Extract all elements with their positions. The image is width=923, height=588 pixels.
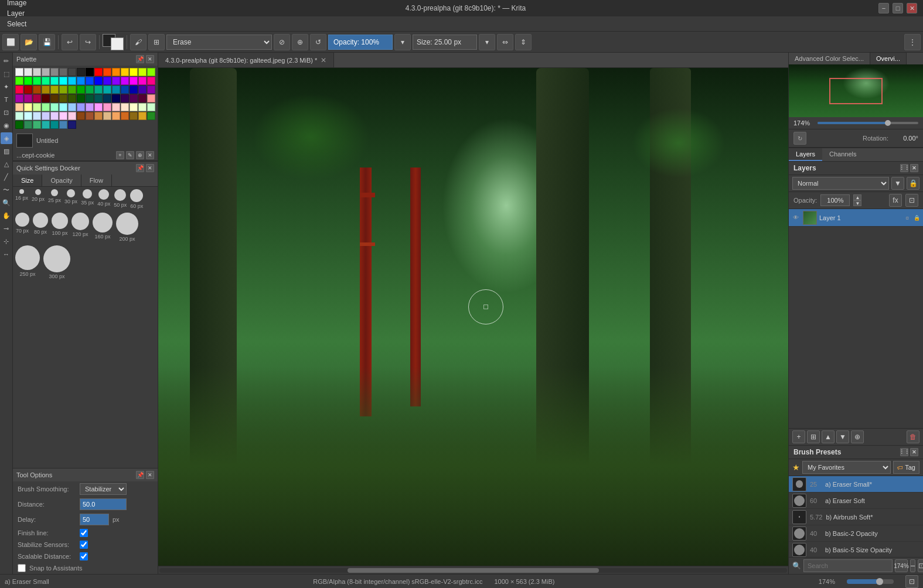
tool-fill[interactable]: ◉ [1,119,12,131]
palette-swatch[interactable] [24,121,32,129]
scrollbar-track[interactable] [159,568,787,573]
palette-swatch[interactable] [130,86,138,94]
palette-swatch[interactable] [68,103,76,111]
bp-close-icon[interactable]: ✕ [910,448,918,456]
bp-tag-button[interactable]: 🏷 Tag [893,461,919,474]
palette-swatch[interactable] [103,103,111,111]
palette-swatch[interactable] [59,112,67,120]
palette-swatch[interactable] [138,68,147,76]
qs-pin-icon[interactable]: 📌 [136,164,144,172]
tool-pan[interactable]: ✋ [1,210,12,221]
layer-copy-btn[interactable]: ⊕ [851,430,864,443]
finish-line-checkbox[interactable] [80,529,88,537]
undo-button[interactable]: ↩ [62,34,78,50]
brush-preset-btn[interactable]: 🖌 [130,34,147,50]
palette-swatch[interactable] [103,94,111,102]
palette-swatch[interactable] [112,86,120,94]
palette-swatch[interactable] [59,77,67,85]
flip-v-btn[interactable]: ⇕ [515,34,532,50]
palette-swatch[interactable] [138,112,147,120]
palette-swatch[interactable] [94,94,103,102]
palette-swatch[interactable] [94,103,103,111]
status-fullscreen-btn[interactable]: ⊡ [905,575,918,588]
palette-swatch[interactable] [86,77,94,85]
palette-swatch[interactable] [33,68,41,76]
layer-mask-btn[interactable]: ⊡ [905,194,918,207]
brush-preset-item[interactable]: 25a) Eraser Small* [789,476,923,493]
palette-swatch[interactable] [103,86,111,94]
palette-swatch[interactable] [112,94,120,102]
brush-size-item[interactable]: 120 px [71,213,89,242]
palette-swatch[interactable] [68,68,76,76]
palette-swatch[interactable] [103,77,111,85]
palette-swatch[interactable] [15,121,23,129]
size-down-btn[interactable]: ▾ [479,34,495,50]
palette-swatch[interactable] [15,86,23,94]
tool-line[interactable]: ╱ [1,171,12,183]
refresh-btn[interactable]: ↺ [310,34,326,50]
palette-swatch[interactable] [121,94,129,102]
brush-size-item[interactable]: 70 px [15,213,29,242]
palette-swatch[interactable] [59,103,67,111]
tool-gradient[interactable]: ▨ [1,145,12,157]
palette-edit-icon[interactable]: ✎ [126,151,134,159]
to-close-icon[interactable]: ✕ [146,471,154,479]
new-button[interactable]: ⬜ [2,34,19,50]
brush-mode-select[interactable]: Erase [166,35,272,50]
palette-swatch[interactable] [147,68,155,76]
opacity-up-arrow[interactable]: ▲ [853,194,861,200]
palette-swatch[interactable] [42,121,50,129]
brush-size-item[interactable]: 40 px [97,189,110,209]
brush-size-item[interactable]: 300 px [43,245,70,279]
menu-item-layer[interactable]: Layer [2,8,37,19]
palette-close-icon[interactable]: ✕ [146,55,154,63]
tool-crop[interactable]: ⊡ [1,107,12,118]
palette-swatch[interactable] [59,121,67,129]
opacity-down-btn[interactable]: ▾ [394,34,411,50]
flip-h-btn[interactable]: ⇔ [497,34,513,50]
palette-swatch[interactable] [50,121,59,129]
quick-settings-header[interactable]: Quick Settings Docker 📌 ✕ [13,162,158,175]
tool-options-header[interactable]: Tool Options 📌 ✕ [13,469,158,481]
palette-swatch[interactable] [112,112,120,120]
layer-alpha-btn[interactable]: α [903,214,911,222]
layer-lock-btn[interactable]: 🔒 [912,214,921,222]
maximize-button[interactable]: □ [893,3,903,13]
palette-swatch[interactable] [24,77,32,85]
palette-swatch[interactable] [86,68,94,76]
more-btn[interactable]: ⋮ [904,34,921,50]
palette-swatch[interactable] [147,86,155,94]
color-pair[interactable] [103,34,124,50]
palette-swatch[interactable] [42,68,50,76]
layer-opacity-input[interactable] [820,194,850,206]
layers-lock-btn[interactable]: 🔒 [907,177,919,190]
distance-input[interactable] [80,498,127,510]
brush-size-item[interactable]: 100 px [52,213,68,242]
tab-channels[interactable]: Channels [822,148,863,161]
palette-swatch[interactable] [33,86,41,94]
bp-fullscreen-btn[interactable]: ⊡ [918,559,923,572]
tool-freehand[interactable]: ✏ [1,55,12,67]
palette-swatch[interactable] [50,77,59,85]
palette-swatch[interactable] [24,68,32,76]
palette-swatch[interactable] [50,103,59,111]
palette-swatch[interactable] [33,103,41,111]
brush-size-item[interactable]: 20 px [32,189,45,209]
tool-measure[interactable]: ↔ [1,248,12,260]
palette-swatch[interactable] [121,86,129,94]
bp-settings-icon[interactable]: ⋮⋮ [900,448,908,456]
palette-swatch[interactable] [68,94,76,102]
brush-size-item[interactable]: 35 px [81,189,94,209]
palette-swatch[interactable] [42,112,50,120]
palette-swatch[interactable] [15,112,23,120]
palette-swatch[interactable] [86,112,94,120]
opacity-down-arrow[interactable]: ▼ [853,200,861,206]
add-layer-btn[interactable]: + [792,430,805,443]
tab-advanced-color[interactable]: Advanced Color Selec... [789,53,870,64]
delete-layer-btn[interactable]: 🗑 [907,430,919,443]
palette-swatch[interactable] [33,121,41,129]
tab-layers[interactable]: Layers [789,148,822,161]
palette-swatch[interactable] [68,121,76,129]
palette-swatch[interactable] [138,77,147,85]
palette-swatch[interactable] [112,103,120,111]
